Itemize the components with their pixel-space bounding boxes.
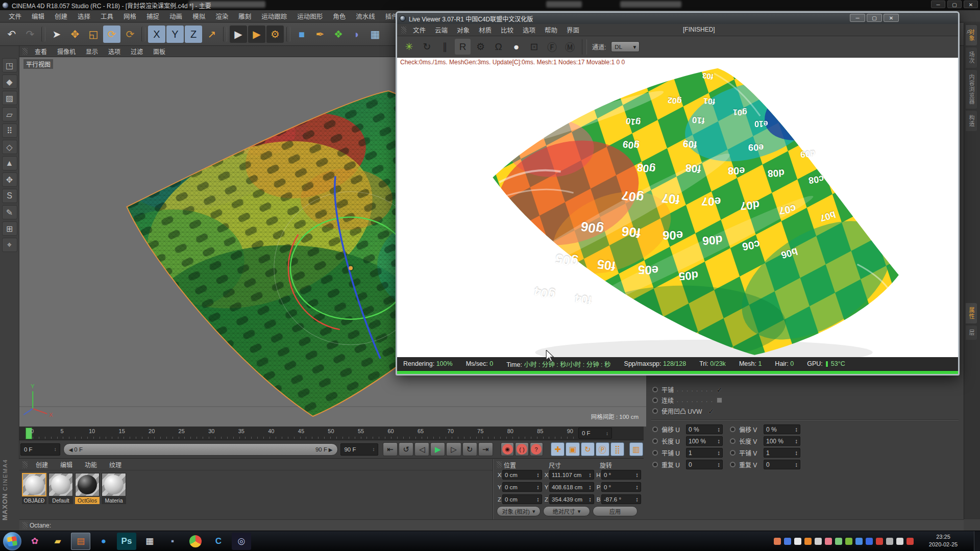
menu-item[interactable]: 编辑 <box>54 459 79 470</box>
browser-icon[interactable]: C <box>209 533 228 550</box>
axis-modify-icon[interactable]: ⌖ <box>2 238 17 252</box>
preview-range-slider[interactable]: ◀ 0 F 90 F ▶ <box>63 443 338 456</box>
tray-play-icon[interactable] <box>845 538 852 545</box>
menu-item[interactable]: 面板 <box>148 46 170 57</box>
menu-item[interactable]: 角色 <box>328 10 350 22</box>
autokey-button[interactable]: ( ) <box>515 442 528 456</box>
paint-tool-icon[interactable]: ✎ <box>2 205 17 219</box>
timeline-ruler[interactable]: 0 5 10 15 20 25 30 35 40 45 50 55 60 65 … <box>19 427 644 440</box>
subdivision-surface-icon[interactable]: ❖ <box>330 26 347 43</box>
file-explorer-icon[interactable]: ▰ <box>48 533 67 550</box>
menu-item[interactable]: 对象 <box>452 23 474 36</box>
menu-item[interactable]: 雕刻 <box>234 10 256 22</box>
tweak-mode-icon[interactable]: ✥ <box>2 172 17 187</box>
key-scale-button[interactable]: ▣ <box>566 442 579 456</box>
material-octglos[interactable]: OctGlos <box>75 473 100 504</box>
record-keyframe-button[interactable]: ◉ <box>501 442 514 456</box>
y-axis-lock-icon[interactable]: Y <box>166 26 184 43</box>
menu-item[interactable]: 选择 <box>73 10 95 22</box>
region-select-icon[interactable]: ⊡ <box>526 39 542 55</box>
attribute-field[interactable]: 0 %↕ <box>764 424 800 434</box>
key-pla-button[interactable]: ⣿ <box>610 442 624 456</box>
dock-tab-takes[interactable]: 场次 <box>966 47 977 68</box>
attribute-checkbox[interactable] <box>717 397 722 403</box>
workplane-mode-icon[interactable]: ▱ <box>2 107 17 121</box>
coordinate-system-icon[interactable]: ↗ <box>203 26 220 43</box>
menu-item[interactable]: 运动图形 <box>292 10 327 22</box>
dock-tab-structure[interactable]: 构造 <box>966 111 977 131</box>
animation-dot[interactable] <box>730 450 736 456</box>
keyframe-options-button[interactable]: ? <box>530 442 543 456</box>
animation-dot[interactable] <box>652 438 658 444</box>
menu-item[interactable]: 编辑 <box>27 10 49 22</box>
coordinate-field[interactable]: 111.107 cm↕ <box>549 470 594 480</box>
animation-dot[interactable] <box>730 427 736 432</box>
dock-tab-content-browser[interactable]: 内容浏览器 <box>966 70 977 109</box>
menu-item[interactable]: 创建 <box>50 10 72 22</box>
floor-icon[interactable]: ▦ <box>366 26 384 43</box>
dock-tab-attributes[interactable]: 属性 <box>966 303 977 323</box>
play-reverse-button[interactable]: ↺ <box>399 442 413 456</box>
current-frame-spinner[interactable]: 0 F↕ <box>20 443 60 456</box>
texture-mode-icon[interactable]: ▨ <box>2 91 17 105</box>
points-mode-icon[interactable]: ⠿ <box>2 123 17 138</box>
menu-item[interactable]: 查看 <box>30 46 52 57</box>
cloud-app-icon[interactable]: ● <box>94 533 113 550</box>
live-viewer-titlebar[interactable]: Live Viewer 3.07-R1 中国C4D联盟中文汉化版 ─ ▢ ✕ <box>397 13 958 24</box>
tray-shield-icon[interactable] <box>855 538 863 545</box>
move-tool-icon[interactable]: ✥ <box>66 26 84 43</box>
live-selection-icon[interactable]: ➤ <box>48 26 65 43</box>
menu-item[interactable]: 比较 <box>496 23 518 36</box>
attribute-field[interactable]: 100 %↕ <box>686 436 723 446</box>
tray-gpu-icon[interactable] <box>906 538 914 545</box>
pen-tool-icon[interactable]: ✒ <box>311 26 329 43</box>
attribute-field[interactable]: 1↕ <box>764 448 800 458</box>
menu-item[interactable]: 选项 <box>103 46 126 57</box>
animation-dot[interactable] <box>730 462 736 467</box>
snap-icon[interactable]: S <box>2 189 17 203</box>
frame-spinner[interactable]: 0 F↕ <box>578 428 612 439</box>
tray-volume-icon[interactable] <box>896 538 903 545</box>
attribute-field[interactable]: 0↕ <box>686 460 723 469</box>
tray-app2-icon[interactable] <box>784 538 791 545</box>
menu-item[interactable]: 选项 <box>518 23 540 36</box>
redo-icon[interactable]: ↷ <box>21 26 39 43</box>
animation-dot[interactable] <box>730 438 736 444</box>
menu-item[interactable]: 文件 <box>4 10 26 22</box>
key-position-button[interactable]: ✚ <box>551 442 565 456</box>
menu-item[interactable]: 创建 <box>30 459 54 470</box>
key-rotation-button[interactable]: ↻ <box>581 442 595 456</box>
tray-app5-icon[interactable] <box>866 538 873 545</box>
utility-app-icon[interactable]: ▪ <box>163 533 182 550</box>
taskbar-clock[interactable]: 23:25 2020-02-25 <box>918 533 969 548</box>
kernel-settings-icon[interactable]: ⚙ <box>473 39 488 55</box>
tray-error-icon[interactable] <box>876 538 883 545</box>
app-minimize-button[interactable]: ─ <box>931 1 945 8</box>
media-player-icon[interactable]: ✿ <box>25 533 44 550</box>
show-desktop-button[interactable] <box>974 531 980 551</box>
next-frame-button[interactable]: ▷ <box>446 442 461 456</box>
lock-resolution-icon[interactable]: Ω <box>491 39 506 55</box>
chrome-icon[interactable] <box>186 533 205 550</box>
render-view[interactable]: Check:0ms./1ms. MeshGen:3ms. Update[C]:0… <box>397 58 958 357</box>
start-button[interactable] <box>3 532 21 550</box>
goto-end-button[interactable]: ⇥ <box>478 442 493 456</box>
material-objaed[interactable]: OBJÄ£Ð <box>22 473 46 504</box>
tray-app4-icon[interactable] <box>825 538 832 545</box>
z-axis-lock-icon[interactable]: Z <box>185 26 202 43</box>
play-loop-button[interactable]: ↻ <box>462 442 477 456</box>
render-settings-icon[interactable]: ⚙ <box>266 26 284 43</box>
size-mode-dropdown[interactable]: 绝对尺寸▾ <box>543 506 590 516</box>
menu-item[interactable]: 界面 <box>562 23 584 36</box>
tray-alert-icon[interactable] <box>794 538 801 545</box>
coord-mode-dropdown[interactable]: 对象 (相对)▾ <box>497 506 541 516</box>
menu-item[interactable]: 帮助 <box>540 23 562 36</box>
menu-item[interactable]: 过滤 <box>126 46 148 57</box>
tray-sync-icon[interactable] <box>886 538 893 545</box>
attribute-field[interactable]: 1↕ <box>686 448 723 458</box>
menu-item[interactable]: 显示 <box>81 46 103 57</box>
make-editable-icon[interactable]: ◳ <box>2 58 17 72</box>
lv-close-button[interactable]: ✕ <box>884 14 899 22</box>
prev-frame-button[interactable]: ◁ <box>414 442 429 456</box>
input-method-icon[interactable]: ▦ <box>140 533 159 550</box>
